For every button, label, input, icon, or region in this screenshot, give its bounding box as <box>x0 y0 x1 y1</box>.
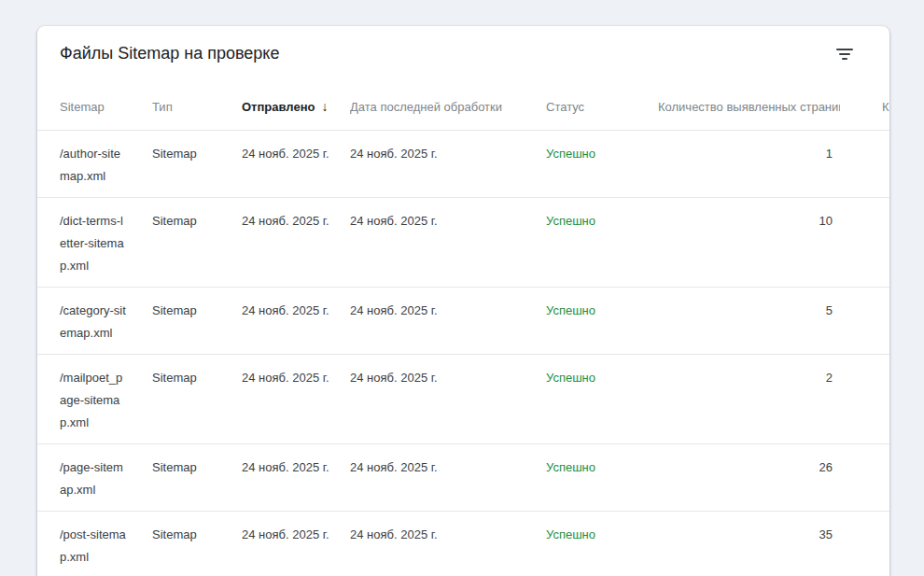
discovered-pages-count: 5 <box>658 288 840 355</box>
sitemap-path: /category-sitemap.xml <box>37 288 152 355</box>
sitemap-type: Sitemap <box>152 444 242 512</box>
status-badge: Успешно <box>546 460 595 474</box>
sitemap-type: Sitemap <box>152 131 242 198</box>
clipped-cell <box>840 198 889 288</box>
sort-descending-icon: ↓ <box>321 99 328 114</box>
table-header-row: Sitemap Тип Отправлено↓ Дата последней о… <box>37 65 889 131</box>
status-badge: Успешно <box>546 371 595 385</box>
discovered-pages-count: 1 <box>658 131 840 198</box>
page-background: Файлы Sitemap на проверке Sitemap Тип От… <box>0 0 924 576</box>
status-badge: Успешно <box>546 214 595 228</box>
column-header-last-processed[interactable]: Дата последней обработки <box>350 65 546 131</box>
status-cell: Успешно <box>546 512 658 576</box>
status-cell: Успешно <box>546 444 658 512</box>
status-badge: Успешно <box>546 303 595 317</box>
filter-icon-bar <box>839 53 850 55</box>
status-cell: Успешно <box>546 355 658 444</box>
column-header-type[interactable]: Тип <box>152 65 242 131</box>
table-row[interactable]: /category-sitemap.xml Sitemap 24 нояб. 2… <box>37 288 889 355</box>
last-processed-date: 24 нояб. 2025 г. <box>350 512 546 576</box>
discovered-pages-count: 35 <box>658 512 840 576</box>
last-processed-date: 24 нояб. 2025 г. <box>350 444 546 512</box>
sitemap-path: /post-sitemap.xml <box>37 512 152 576</box>
filter-icon-bar <box>842 58 847 60</box>
last-processed-date: 24 нояб. 2025 г. <box>350 288 546 355</box>
filter-icon[interactable] <box>833 43 856 65</box>
clipped-cell <box>840 444 889 512</box>
discovered-pages-count: 26 <box>658 444 840 512</box>
table-row[interactable]: /dict-terms-letter-sitemap.xml Sitemap 2… <box>37 198 889 288</box>
status-cell: Успешно <box>546 198 658 288</box>
sitemap-path: /dict-terms-letter-sitemap.xml <box>37 198 152 288</box>
sitemap-path: /page-sitemap.xml <box>37 444 152 512</box>
clipped-cell <box>840 288 889 355</box>
column-header-submitted[interactable]: Отправлено↓ <box>242 65 350 131</box>
sitemap-type: Sitemap <box>152 198 242 288</box>
column-header-discovered-pages[interactable]: Количество выявленных страниц <box>658 65 840 131</box>
sitemap-type: Sitemap <box>152 512 242 576</box>
page-title: Файлы Sitemap на проверке <box>60 41 279 65</box>
card-header: Файлы Sitemap на проверке <box>37 26 889 65</box>
table-row[interactable]: /post-sitemap.xml Sitemap 24 нояб. 2025 … <box>37 512 889 576</box>
clipped-cell <box>840 355 889 444</box>
sitemap-type: Sitemap <box>152 288 242 355</box>
last-processed-date: 24 нояб. 2025 г. <box>350 131 546 198</box>
submitted-date: 24 нояб. 2025 г. <box>242 444 350 512</box>
sitemap-path: /mailpoet_page-sitemap.xml <box>37 355 152 444</box>
column-header-status[interactable]: Статус <box>546 65 658 131</box>
discovered-pages-count: 2 <box>658 355 840 444</box>
table-row[interactable]: /author-sitemap.xml Sitemap 24 нояб. 202… <box>37 131 889 198</box>
status-cell: Успешно <box>546 131 658 198</box>
sitemaps-table: Sitemap Тип Отправлено↓ Дата последней о… <box>37 65 889 576</box>
clipped-cell <box>840 131 889 198</box>
discovered-pages-count: 10 <box>658 198 840 288</box>
submitted-date: 24 нояб. 2025 г. <box>242 198 350 288</box>
sitemap-type: Sitemap <box>152 355 242 444</box>
sitemap-path: /author-sitemap.xml <box>37 131 152 198</box>
last-processed-date: 24 нояб. 2025 г. <box>350 355 546 444</box>
status-badge: Успешно <box>546 147 595 161</box>
submitted-date: 24 нояб. 2025 г. <box>242 355 350 444</box>
clipped-cell <box>840 512 889 576</box>
status-badge: Успешно <box>546 527 595 541</box>
last-processed-date: 24 нояб. 2025 г. <box>350 198 546 288</box>
sitemaps-card: Файлы Sitemap на проверке Sitemap Тип От… <box>37 26 889 576</box>
filter-icon-bar <box>836 49 853 50</box>
table-row[interactable]: /mailpoet_page-sitemap.xml Sitemap 24 но… <box>37 355 889 444</box>
submitted-date: 24 нояб. 2025 г. <box>242 131 350 198</box>
submitted-date: 24 нояб. 2025 г. <box>242 512 350 576</box>
column-header-submitted-label: Отправлено <box>242 100 315 114</box>
status-cell: Успешно <box>546 288 658 355</box>
table-row[interactable]: /page-sitemap.xml Sitemap 24 нояб. 2025 … <box>37 444 889 512</box>
column-header-clipped[interactable]: К <box>840 65 889 131</box>
column-header-sitemap[interactable]: Sitemap <box>37 65 152 131</box>
submitted-date: 24 нояб. 2025 г. <box>242 288 350 355</box>
